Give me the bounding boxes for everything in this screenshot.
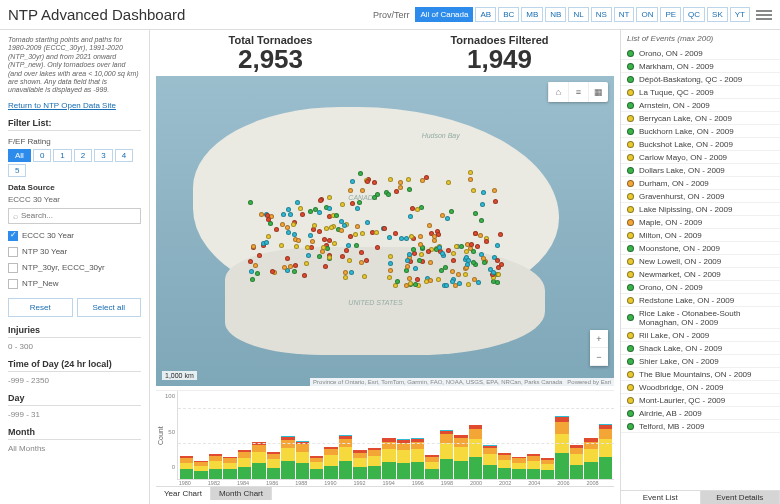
tornado-point[interactable] [410,206,415,211]
tornado-point[interactable] [413,282,418,287]
tornado-point[interactable] [348,188,353,193]
tornado-point[interactable] [475,244,480,249]
event-item[interactable]: Buckhorn Lake, ON - 2009 [621,125,780,138]
event-item[interactable]: Lake Nipissing, ON - 2009 [621,203,780,216]
rating-pill-1[interactable]: 1 [53,149,71,162]
tornado-point[interactable] [266,234,271,239]
tornado-point[interactable] [282,265,287,270]
map-grid-icon[interactable]: ▦ [588,82,608,102]
tornado-point[interactable] [324,226,329,231]
tornado-point[interactable] [436,232,441,237]
tornado-point[interactable] [340,202,345,207]
chart-bar[interactable] [440,430,453,479]
tornado-point[interactable] [292,269,297,274]
month-chart-tab[interactable]: Month Chart [211,487,272,500]
tornado-point[interactable] [362,274,367,279]
tornado-point[interactable] [266,217,271,222]
zoom-out-button[interactable]: − [590,348,608,366]
tornado-point[interactable] [495,243,500,248]
tornado-point[interactable] [406,177,411,182]
tornado-point[interactable] [484,239,489,244]
province-tab-sk[interactable]: SK [707,7,728,22]
tornado-point[interactable] [348,234,353,239]
event-item[interactable]: Orono, ON - 2009 [621,47,780,60]
event-item[interactable]: Airdrie, AB - 2009 [621,407,780,420]
rating-pill-0[interactable]: 0 [33,149,51,162]
tornado-point[interactable] [496,265,501,270]
chart-bar[interactable] [368,448,381,479]
tornado-point[interactable] [288,212,293,217]
event-item[interactable]: Buckshot Lake, ON - 2009 [621,138,780,151]
chart-bar[interactable] [541,458,554,479]
event-item[interactable]: Ril Lake, ON - 2009 [621,329,780,342]
event-item[interactable]: Shack Lake, ON - 2009 [621,342,780,355]
tornado-point[interactable] [473,211,478,216]
tornado-point[interactable] [286,230,291,235]
tornado-point[interactable] [388,261,393,266]
map-list-icon[interactable]: ≡ [568,82,588,102]
event-item[interactable]: La Tuque, QC - 2009 [621,86,780,99]
event-details-tab[interactable]: Event Details [701,491,781,504]
tornado-point[interactable] [399,236,404,241]
tornado-point[interactable] [466,258,471,263]
tornado-point[interactable] [248,200,253,205]
event-item[interactable]: Dollars Lake, ON - 2009 [621,164,780,177]
rating-pill-2[interactable]: 2 [74,149,92,162]
province-tab-nt[interactable]: NT [614,7,635,22]
reset-button[interactable]: Reset [8,298,73,317]
province-tab-yt[interactable]: YT [730,7,750,22]
event-item[interactable]: Mont-Laurier, QC - 2009 [621,394,780,407]
tornado-point[interactable] [306,253,311,258]
province-tab-pe[interactable]: PE [660,7,681,22]
chart-bar[interactable] [296,441,309,479]
tornado-point[interactable] [407,252,412,257]
tornado-point[interactable] [436,277,441,282]
tornado-point[interactable] [343,275,348,280]
province-tab-nb[interactable]: NB [545,7,566,22]
tornado-point[interactable] [419,252,424,257]
tornado-point[interactable] [349,270,354,275]
chart-bar[interactable] [411,438,424,479]
province-tab-on[interactable]: ON [636,7,658,22]
tornado-point[interactable] [496,272,501,277]
chart-bar[interactable] [454,435,467,479]
tornado-point[interactable] [428,278,433,283]
tornado-point[interactable] [295,200,300,205]
chart-bar[interactable] [483,445,496,479]
tornado-point[interactable] [407,187,412,192]
tornado-point[interactable] [492,188,497,193]
chart-bar[interactable] [570,445,583,479]
event-item[interactable]: Moonstone, ON - 2009 [621,242,780,255]
chart-bar[interactable] [194,461,207,479]
chart-bar[interactable] [267,452,280,479]
tornado-point[interactable] [405,264,410,269]
tornado-point[interactable] [478,233,483,238]
rating-pill-5[interactable]: 5 [8,164,26,177]
province-tab-qc[interactable]: QC [683,7,705,22]
chart-bar[interactable] [180,456,193,479]
tornado-point[interactable] [365,220,370,225]
province-tab-mb[interactable]: MB [521,7,543,22]
chart-bar[interactable] [599,424,612,479]
event-item[interactable]: Milton, ON - 2009 [621,229,780,242]
tornado-point[interactable] [473,231,478,236]
tornado-point[interactable] [476,280,481,285]
tornado-point[interactable] [457,281,462,286]
rating-pill-all[interactable]: All [8,149,31,162]
chart-bar[interactable] [238,450,251,479]
source-checkbox[interactable]: ECCC 30 Year [8,228,141,244]
rating-pill-4[interactable]: 4 [115,149,133,162]
source-checkbox[interactable]: NTP_New [8,276,141,292]
tornado-point[interactable] [357,200,362,205]
tornado-point[interactable] [388,254,393,259]
chart-bar[interactable] [425,455,438,479]
tornado-point[interactable] [446,248,451,253]
tornado-point[interactable] [350,201,355,206]
event-item[interactable]: Rice Lake - Otonabee-South Monaghan, ON … [621,307,780,329]
event-list-tab[interactable]: Event List [621,491,701,504]
tornado-point[interactable] [471,260,476,265]
tornado-point[interactable] [411,247,416,252]
tornado-point[interactable] [312,223,317,228]
event-item[interactable]: Shier Lake, ON - 2009 [621,355,780,368]
tornado-point[interactable] [296,238,301,243]
